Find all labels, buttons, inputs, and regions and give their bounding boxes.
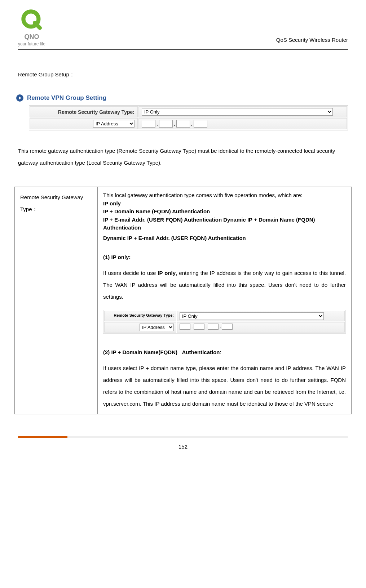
mode-1: IP only [103, 200, 346, 208]
section-title: Remote Group Setup： [18, 71, 348, 78]
inner-ip-octet-2[interactable] [194, 324, 204, 330]
description-table: Remote Security Gateway Type： This local… [14, 187, 352, 414]
inner-gateway-type-select[interactable]: IP Only [180, 312, 324, 320]
sec2-title: (2) IP + Domain Name(FQDN) Authenticatio… [103, 348, 346, 357]
ip-octet-1[interactable] [142, 120, 155, 128]
ip-address-input[interactable]: . . . [142, 120, 207, 128]
ip-mode-select[interactable]: IP Address [93, 120, 135, 128]
ip-octet-4[interactable] [194, 120, 207, 128]
logo-block: QNO your future life [18, 7, 45, 46]
tagline: your future life [18, 41, 45, 46]
intro-text: This local gateway authentication type c… [103, 191, 346, 200]
logo-icon [19, 7, 44, 32]
inner-ip-octet-3[interactable] [208, 324, 219, 330]
inner-remote-vpn-form: Remote Security Gateway Type: IP Only IP… [103, 310, 346, 334]
mode-4: Dynamic IP + E-mail Addr. (USER FQDN) Au… [103, 234, 346, 242]
mode-3: IP + E-mail Addr. (USER FQDN) Authentica… [103, 216, 346, 232]
remote-vpn-form: Remote Security Gateway Type: IP Only IP… [29, 105, 348, 130]
inner-ip-octet-4[interactable] [222, 324, 233, 330]
inner-ip-address-input[interactable]: . . . [180, 324, 233, 330]
brand-name: QNO [25, 33, 39, 41]
inner-gateway-type-label: Remote Security Gateway Type: [104, 311, 176, 321]
sec1-paragraph: If users decide to use IP only, entering… [103, 267, 346, 303]
product-name: QoS Security Wireless Router [276, 37, 348, 46]
table-left-label: Remote Security Gateway Type： [15, 187, 98, 414]
sec1-title: (1) IP only: [103, 253, 346, 262]
page-number: 152 [18, 444, 348, 450]
gateway-type-select[interactable]: IP Only [142, 108, 333, 116]
ip-octet-2[interactable] [159, 120, 173, 128]
table-right-content: This local gateway authentication type c… [98, 187, 352, 414]
footer-divider [18, 436, 348, 438]
gateway-type-label: Remote Security Gateway Type: [30, 106, 138, 117]
sec2-paragraph: If users select IP + domain name type, p… [103, 362, 346, 410]
mode-2: IP + Domain Name (FQDN) Authentication [103, 208, 346, 216]
panel-heading: Remote VPN Group Setting [27, 94, 106, 102]
description-paragraph: This remote gateway authentication type … [18, 145, 348, 169]
inner-ip-mode-select[interactable]: IP Address [140, 324, 174, 331]
inner-ip-octet-1[interactable] [180, 324, 190, 330]
play-bullet-icon [16, 94, 23, 102]
ip-octet-3[interactable] [176, 120, 190, 128]
